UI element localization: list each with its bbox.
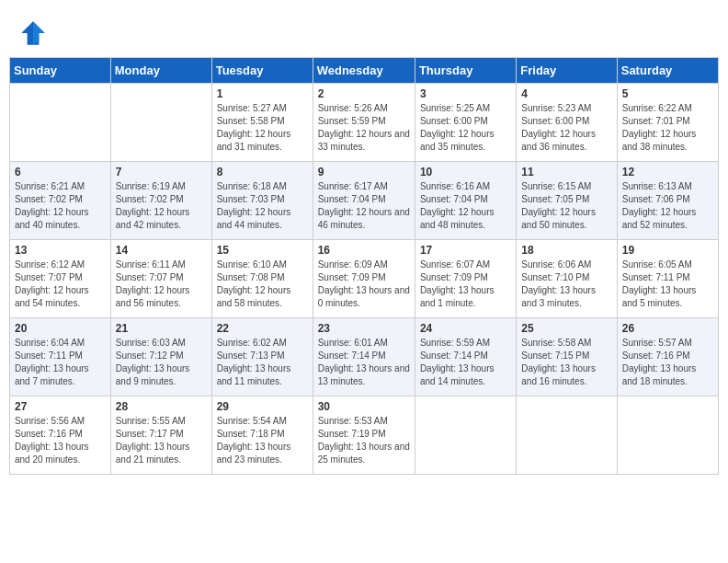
- day-number: 27: [15, 400, 106, 413]
- day-number: 24: [420, 322, 511, 335]
- day-cell: 7Sunrise: 6:19 AMSunset: 7:02 PMDaylight…: [110, 162, 211, 240]
- weekday-header-wednesday: Wednesday: [313, 58, 415, 84]
- day-info: Sunrise: 6:16 AMSunset: 7:04 PMDaylight:…: [420, 180, 511, 232]
- day-number: 1: [217, 87, 308, 100]
- day-number: 28: [116, 400, 207, 413]
- day-cell: 1Sunrise: 5:27 AMSunset: 5:58 PMDaylight…: [211, 84, 313, 162]
- day-number: 20: [15, 322, 106, 335]
- day-number: 17: [420, 244, 511, 257]
- day-number: 16: [318, 244, 410, 257]
- weekday-header-sunday: Sunday: [10, 58, 111, 84]
- day-info: Sunrise: 5:56 AMSunset: 7:16 PMDaylight:…: [15, 415, 106, 466]
- week-row-4: 20Sunrise: 6:04 AMSunset: 7:11 PMDayligh…: [10, 318, 719, 396]
- weekday-header-saturday: Saturday: [617, 58, 718, 84]
- day-info: Sunrise: 6:07 AMSunset: 7:09 PMDaylight:…: [420, 259, 511, 310]
- day-info: Sunrise: 5:25 AMSunset: 6:00 PMDaylight:…: [420, 102, 511, 154]
- day-cell: 6Sunrise: 6:21 AMSunset: 7:02 PMDaylight…: [10, 162, 111, 240]
- day-info: Sunrise: 6:22 AMSunset: 7:01 PMDaylight:…: [622, 102, 713, 154]
- day-info: Sunrise: 6:03 AMSunset: 7:12 PMDaylight:…: [116, 337, 207, 388]
- day-number: 15: [217, 244, 308, 257]
- day-cell: 18Sunrise: 6:06 AMSunset: 7:10 PMDayligh…: [517, 240, 617, 318]
- week-row-2: 6Sunrise: 6:21 AMSunset: 7:02 PMDaylight…: [10, 162, 719, 240]
- day-cell: 19Sunrise: 6:05 AMSunset: 7:11 PMDayligh…: [617, 240, 718, 318]
- day-cell: [110, 84, 211, 162]
- week-row-3: 13Sunrise: 6:12 AMSunset: 7:07 PMDayligh…: [10, 240, 719, 318]
- day-number: 10: [420, 166, 511, 178]
- day-number: 4: [521, 87, 611, 100]
- day-cell: [415, 396, 516, 475]
- day-cell: [617, 396, 718, 475]
- day-cell: 16Sunrise: 6:09 AMSunset: 7:09 PMDayligh…: [313, 240, 415, 318]
- day-number: 29: [217, 400, 308, 413]
- weekday-header-monday: Monday: [110, 58, 211, 84]
- day-info: Sunrise: 6:12 AMSunset: 7:07 PMDaylight:…: [15, 259, 106, 310]
- week-row-5: 27Sunrise: 5:56 AMSunset: 7:16 PMDayligh…: [10, 396, 719, 475]
- weekday-header-tuesday: Tuesday: [211, 58, 313, 84]
- day-cell: 26Sunrise: 5:57 AMSunset: 7:16 PMDayligh…: [617, 318, 718, 396]
- day-cell: 27Sunrise: 5:56 AMSunset: 7:16 PMDayligh…: [10, 396, 111, 475]
- day-info: Sunrise: 5:55 AMSunset: 7:17 PMDaylight:…: [116, 415, 207, 466]
- day-info: Sunrise: 6:13 AMSunset: 7:06 PMDaylight:…: [622, 180, 713, 232]
- day-number: 8: [217, 166, 308, 178]
- logo: [18, 18, 50, 48]
- day-number: 23: [318, 322, 410, 335]
- day-number: 7: [116, 166, 207, 178]
- day-info: Sunrise: 6:01 AMSunset: 7:14 PMDaylight:…: [318, 337, 410, 388]
- day-info: Sunrise: 6:02 AMSunset: 7:13 PMDaylight:…: [217, 337, 308, 388]
- day-number: 19: [622, 244, 713, 257]
- day-cell: 29Sunrise: 5:54 AMSunset: 7:18 PMDayligh…: [211, 396, 313, 475]
- day-number: 11: [521, 166, 611, 178]
- day-number: 13: [15, 244, 106, 257]
- calendar-table: SundayMondayTuesdayWednesdayThursdayFrid…: [9, 57, 719, 475]
- day-info: Sunrise: 5:23 AMSunset: 6:00 PMDaylight:…: [521, 102, 611, 154]
- weekday-header-thursday: Thursday: [415, 58, 516, 84]
- day-info: Sunrise: 6:21 AMSunset: 7:02 PMDaylight:…: [15, 180, 106, 232]
- svg-marker-1: [33, 21, 45, 45]
- day-info: Sunrise: 5:54 AMSunset: 7:18 PMDaylight:…: [217, 415, 308, 466]
- day-cell: 9Sunrise: 6:17 AMSunset: 7:04 PMDaylight…: [313, 162, 415, 240]
- day-number: 22: [217, 322, 308, 335]
- day-number: 18: [521, 244, 611, 257]
- week-row-1: 1Sunrise: 5:27 AMSunset: 5:58 PMDaylight…: [10, 84, 719, 162]
- day-cell: 2Sunrise: 5:26 AMSunset: 5:59 PMDaylight…: [313, 84, 415, 162]
- day-number: 2: [318, 87, 410, 100]
- day-cell: 25Sunrise: 5:58 AMSunset: 7:15 PMDayligh…: [517, 318, 617, 396]
- day-info: Sunrise: 5:27 AMSunset: 5:58 PMDaylight:…: [217, 102, 308, 154]
- day-number: 6: [15, 166, 106, 178]
- day-number: 26: [622, 322, 713, 335]
- day-info: Sunrise: 6:18 AMSunset: 7:03 PMDaylight:…: [217, 180, 308, 232]
- logo-icon: [18, 18, 48, 48]
- day-number: 25: [521, 322, 611, 335]
- day-cell: 28Sunrise: 5:55 AMSunset: 7:17 PMDayligh…: [110, 396, 211, 475]
- day-cell: 14Sunrise: 6:11 AMSunset: 7:07 PMDayligh…: [110, 240, 211, 318]
- day-number: 5: [622, 87, 713, 100]
- day-cell: 12Sunrise: 6:13 AMSunset: 7:06 PMDayligh…: [617, 162, 718, 240]
- day-cell: 22Sunrise: 6:02 AMSunset: 7:13 PMDayligh…: [211, 318, 313, 396]
- day-info: Sunrise: 6:06 AMSunset: 7:10 PMDaylight:…: [521, 259, 611, 310]
- day-info: Sunrise: 6:11 AMSunset: 7:07 PMDaylight:…: [116, 259, 207, 310]
- day-info: Sunrise: 5:57 AMSunset: 7:16 PMDaylight:…: [622, 337, 713, 388]
- day-number: 30: [318, 400, 410, 413]
- day-number: 9: [318, 166, 410, 178]
- day-info: Sunrise: 6:10 AMSunset: 7:08 PMDaylight:…: [217, 259, 308, 310]
- day-cell: 8Sunrise: 6:18 AMSunset: 7:03 PMDaylight…: [211, 162, 313, 240]
- day-info: Sunrise: 5:59 AMSunset: 7:14 PMDaylight:…: [420, 337, 511, 388]
- day-cell: 10Sunrise: 6:16 AMSunset: 7:04 PMDayligh…: [415, 162, 516, 240]
- day-cell: 3Sunrise: 5:25 AMSunset: 6:00 PMDaylight…: [415, 84, 516, 162]
- day-cell: 11Sunrise: 6:15 AMSunset: 7:05 PMDayligh…: [517, 162, 617, 240]
- day-info: Sunrise: 6:04 AMSunset: 7:11 PMDaylight:…: [15, 337, 106, 388]
- day-cell: 30Sunrise: 5:53 AMSunset: 7:19 PMDayligh…: [313, 396, 415, 475]
- day-info: Sunrise: 6:19 AMSunset: 7:02 PMDaylight:…: [116, 180, 207, 232]
- day-cell: [517, 396, 617, 475]
- day-cell: 13Sunrise: 6:12 AMSunset: 7:07 PMDayligh…: [10, 240, 111, 318]
- day-info: Sunrise: 6:05 AMSunset: 7:11 PMDaylight:…: [622, 259, 713, 310]
- day-info: Sunrise: 6:09 AMSunset: 7:09 PMDaylight:…: [318, 259, 410, 310]
- day-number: 14: [116, 244, 207, 257]
- weekday-header-friday: Friday: [517, 58, 617, 84]
- day-number: 12: [622, 166, 713, 178]
- day-cell: 24Sunrise: 5:59 AMSunset: 7:14 PMDayligh…: [415, 318, 516, 396]
- day-number: 21: [116, 322, 207, 335]
- day-cell: 4Sunrise: 5:23 AMSunset: 6:00 PMDaylight…: [517, 84, 617, 162]
- day-number: 3: [420, 87, 511, 100]
- day-info: Sunrise: 6:15 AMSunset: 7:05 PMDaylight:…: [521, 180, 611, 232]
